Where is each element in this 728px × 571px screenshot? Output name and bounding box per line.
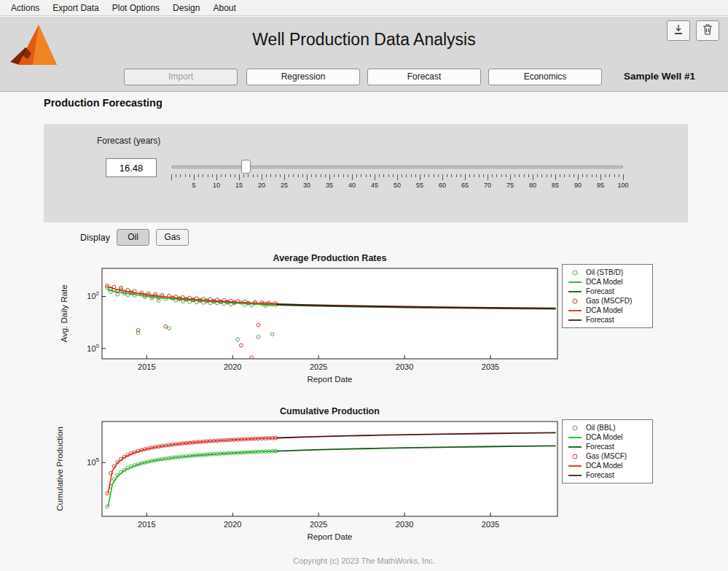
legend-item: DCA Model <box>566 277 652 287</box>
app-title: Well Production Data Analysis <box>0 30 728 50</box>
svg-text:2020: 2020 <box>224 362 241 371</box>
cumulative-chart: 20152020202520302035105Cumulative Produc… <box>51 405 561 551</box>
forecast-years-input[interactable] <box>106 158 157 177</box>
svg-text:102: 102 <box>87 290 99 300</box>
trash-icon <box>702 24 713 38</box>
svg-text:Cumulative Production: Cumulative Production <box>280 406 380 416</box>
cumulative-legend: Oil (BBL)DCA ModelForecastGas (MSCF)DCA … <box>562 419 653 483</box>
legend-item: Gas (MSCFD) <box>566 296 652 306</box>
legend-item: DCA Model <box>566 432 652 442</box>
download-icon <box>673 24 684 38</box>
svg-text:2030: 2030 <box>396 362 413 371</box>
legend-item: Forecast <box>566 287 652 296</box>
svg-text:2020: 2020 <box>224 520 241 529</box>
svg-text:Average Production Rates: Average Production Rates <box>273 253 387 263</box>
rates-legend: Oil (STB/D)DCA ModelForecastGas (MSCFD)D… <box>562 264 653 328</box>
toggle-oil[interactable]: Oil <box>117 229 149 246</box>
tab-import: Import <box>124 69 238 85</box>
svg-text:Report Date: Report Date <box>307 532 352 541</box>
rates-chart: 20152020202520302035100102Average Produc… <box>51 252 561 392</box>
menu-item-about[interactable]: About <box>206 1 242 15</box>
legend-item: Forecast <box>566 442 652 451</box>
menu-item-design[interactable]: Design <box>166 1 206 15</box>
legend-item: Gas (MSCF) <box>566 451 652 461</box>
legend-item: DCA Model <box>566 306 652 315</box>
well-name-label: Sample Well #1 <box>624 71 695 82</box>
svg-text:105: 105 <box>87 457 99 467</box>
svg-text:Cumulative Production: Cumulative Production <box>55 427 64 511</box>
export-figure-button[interactable] <box>667 20 690 41</box>
tab-regression[interactable]: Regression <box>246 69 360 85</box>
app-window: Actions Export Data Plot Options Design … <box>0 0 728 571</box>
tab-economics[interactable]: Economics <box>488 69 602 85</box>
legend-item: Forecast <box>566 315 652 325</box>
legend-item: Oil (BBL) <box>566 423 652 432</box>
svg-text:2025: 2025 <box>310 520 327 529</box>
menubar: Actions Export Data Plot Options Design … <box>0 0 728 16</box>
svg-text:2015: 2015 <box>138 362 155 371</box>
header: Well Production Data Analysis Import Reg… <box>0 17 728 92</box>
svg-text:2035: 2035 <box>482 362 499 371</box>
copyright-text: Copyright (c) 2023 The MathWorks, Inc. <box>0 556 728 565</box>
legend-item: DCA Model <box>566 461 652 470</box>
legend-item: Oil (STB/D) <box>566 268 652 277</box>
menu-item-actions[interactable]: Actions <box>4 1 46 15</box>
svg-text:Report Date: Report Date <box>307 375 352 384</box>
menu-item-plot-options[interactable]: Plot Options <box>106 1 166 15</box>
tab-forecast[interactable]: Forecast <box>367 69 481 85</box>
svg-text:2035: 2035 <box>482 520 499 529</box>
slider-thumb[interactable] <box>241 160 251 174</box>
delete-button[interactable] <box>696 20 719 41</box>
slider-ticks: 5101520253035404550556065707580859095100 <box>171 174 623 193</box>
svg-text:100: 100 <box>87 343 99 353</box>
svg-text:2030: 2030 <box>396 520 413 529</box>
forecast-panel: Forecast (years) 51015202530354045505560… <box>44 124 688 222</box>
legend-item: Forecast <box>566 470 652 480</box>
svg-text:2015: 2015 <box>138 520 155 529</box>
svg-text:Avg. Daily Rate: Avg. Daily Rate <box>60 284 69 342</box>
svg-text:2025: 2025 <box>310 362 327 371</box>
display-label: Display <box>80 233 110 243</box>
forecast-years-label: Forecast (years) <box>97 136 160 146</box>
slider-track[interactable] <box>171 166 623 168</box>
menu-item-export-data[interactable]: Export Data <box>46 1 105 15</box>
toggle-gas[interactable]: Gas <box>156 229 189 246</box>
section-heading-production-forecasting: Production Forecasting <box>44 97 163 109</box>
forecast-slider[interactable]: 5101520253035404550556065707580859095100 <box>171 158 623 209</box>
